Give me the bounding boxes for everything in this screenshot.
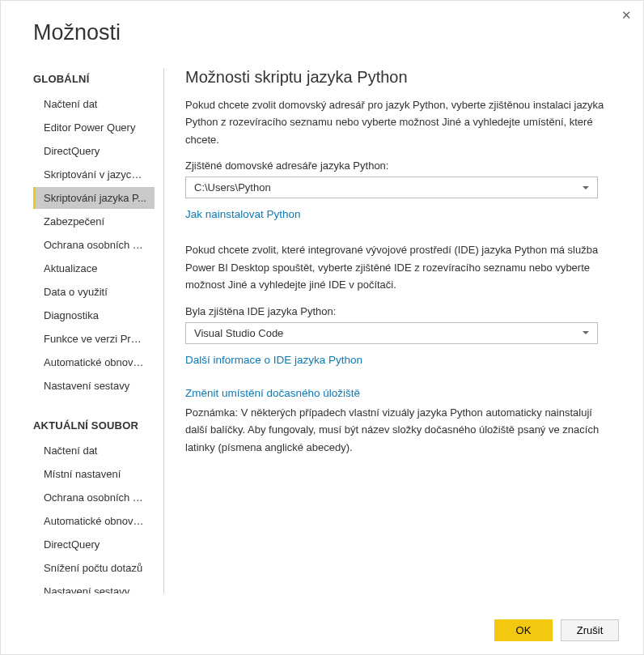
ide-description: Pokud chcete zvolit, které integrované v… (185, 241, 616, 293)
sidebar-item-file-load-data[interactable]: Načtení dat (33, 440, 155, 461)
home-dir-value: C:\Users\Python (194, 181, 271, 194)
sidebar-item-file-regional[interactable]: Místní nastavení (33, 463, 155, 485)
sidebar-item-file-auto-recovery[interactable]: Automatické obnovení (33, 510, 155, 532)
sidebar-item-preview-features[interactable]: Funkce ve verzi Preview (33, 328, 155, 350)
sidebar-group-global: GLOBÁLNÍ (33, 68, 163, 93)
sidebar-item-usage-data[interactable]: Data o využití (33, 281, 155, 303)
temp-storage-note: Poznámka: V některých případech vlastní … (185, 404, 616, 456)
home-dir-dropdown[interactable]: C:\Users\Python (185, 177, 598, 198)
sidebar-item-updates[interactable]: Aktualizace (33, 257, 155, 279)
chevron-down-icon (583, 186, 589, 189)
sidebar-item-security[interactable]: Zabezpečení (33, 211, 155, 232)
sidebar-item-file-report-settings[interactable]: Nastavení sestavy (33, 581, 155, 593)
close-icon[interactable]: ✕ (621, 9, 632, 21)
ide-label: Byla zjištěna IDE jazyka Python: (185, 305, 616, 317)
chevron-down-icon (583, 331, 589, 334)
page-heading: Možnosti skriptu jazyka Python (185, 68, 616, 87)
cancel-button[interactable]: Zrušit (561, 619, 619, 641)
sidebar-item-file-privacy[interactable]: Ochrana osobních ú... (33, 487, 155, 508)
sidebar-item-privacy[interactable]: Ochrana osobních ú... (33, 234, 155, 256)
temp-storage-link[interactable]: Změnit umístění dočasného úložiště (185, 387, 360, 399)
sidebar-item-diagnostics[interactable]: Diagnostika (33, 304, 155, 326)
sidebar-item-directquery[interactable]: DirectQuery (33, 140, 155, 162)
home-description: Pokud chcete zvolit domovský adresář pro… (185, 96, 616, 148)
sidebar-item-report-settings[interactable]: Nastavení sestavy (33, 375, 155, 397)
sidebar-item-load-data[interactable]: Načtení dat (33, 93, 155, 115)
sidebar: GLOBÁLNÍ Načtení dat Editor Power Query … (33, 68, 164, 593)
sidebar-item-python-scripting[interactable]: Skriptování jazyka P... (33, 187, 155, 209)
sidebar-item-pq-editor[interactable]: Editor Power Query (33, 117, 155, 138)
ok-button[interactable]: OK (494, 619, 553, 641)
home-dir-label: Zjištěné domovské adresáře jazyka Python… (185, 159, 616, 172)
dialog-title: Možnosti (1, 1, 643, 45)
ide-info-link[interactable]: Další informace o IDE jazyka Python (185, 354, 362, 366)
install-python-link[interactable]: Jak nainstalovat Python (185, 208, 301, 220)
sidebar-item-auto-recovery[interactable]: Automatické obnovení (33, 351, 155, 373)
ide-value: Visual Studio Code (194, 327, 283, 339)
sidebar-item-file-directquery[interactable]: DirectQuery (33, 534, 155, 555)
sidebar-item-file-query-reduction[interactable]: Snížení počtu dotazů (33, 557, 155, 579)
dialog-footer: OK Zrušit (494, 619, 619, 641)
sidebar-group-current-file: AKTUÁLNÍ SOUBOR (33, 398, 163, 440)
sidebar-item-r-scripting[interactable]: Skriptování v jazyce R (33, 164, 155, 185)
ide-dropdown[interactable]: Visual Studio Code (185, 322, 598, 344)
main-panel: Možnosti skriptu jazyka Python Pokud chc… (164, 68, 616, 593)
